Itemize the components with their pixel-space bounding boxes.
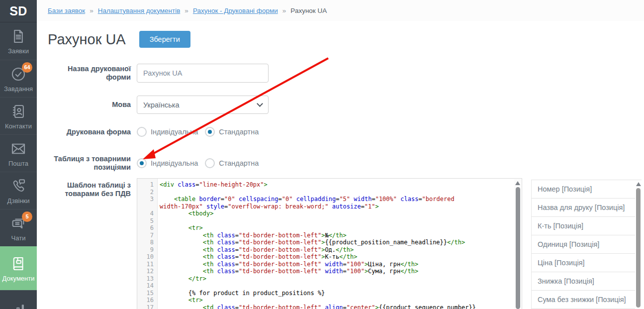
code-line: 6 <tr> [137,224,522,232]
breadcrumb-item[interactable]: Рахунок - Друковані форми [193,7,278,14]
code-text: </tr> [158,275,522,283]
sidebar-item-label: Завдання [4,85,33,93]
code-text [158,282,522,290]
radio-checked[interactable] [137,158,147,168]
chevron-down-icon [257,101,263,107]
code-line: 7 <th class="td-border-bottom-left">№</t… [137,232,522,239]
code-line: 16 <tr> [137,297,522,304]
variables-scrollbar[interactable] [635,180,642,309]
sidebar-item-calls[interactable]: Дзвінки [0,172,37,209]
line-number: 2 [137,189,158,196]
variables-panel: Номер [Позиція]Назва для друку [Позиція]… [531,180,642,309]
notification-badge: 64 [22,62,32,73]
editor-scrollbar[interactable] [514,179,521,309]
sidebar-item-requests[interactable]: Заявки [0,22,37,60]
sidebar-item-label: Контакти [5,122,32,130]
phone-icon [9,177,27,195]
breadcrumb-separator: » [282,7,286,14]
radio-checked[interactable] [205,127,215,137]
variable-item[interactable]: Номер [Позиція] [532,180,642,199]
sidebar-item-statistics[interactable] [0,290,37,309]
title-row: Рахунок UA Зберегти [37,21,644,49]
form-row-language: Мова Українська [48,96,644,114]
line-number: 10 [137,253,158,261]
line-number: 6 [137,224,158,232]
radio-unchecked[interactable] [137,127,147,137]
variable-item[interactable]: К-ть [Позиція] [532,217,642,235]
scroll-up-icon[interactable] [636,182,641,186]
print-form-settings: Назва друкованої форми Мова Українська Д… [37,64,644,309]
sidebar-item-documents[interactable]: Документи [0,246,37,290]
form-row-template-editor: Шаблон таблиці з товарами без ПДВ 1<div … [48,178,644,309]
code-text: <table border="0" cellspacing="0" cellpa… [158,196,522,210]
variables-scrollbar-thumb[interactable] [636,188,641,308]
code-text: <th class="td-border-bottom-left">К-ть</… [158,253,522,261]
sidebar-item-chats[interactable]: 5Чати [0,209,37,246]
breadcrumb-item: Рахунок UA [290,7,327,14]
line-number: 7 [137,232,158,239]
variable-item[interactable]: Ціна [Позиція] [532,254,642,272]
sidebar: SD Заявки64ЗавданняКонтактиПоштаДзвінки5… [0,0,37,309]
code-line: 1<div class="line-height-20px"> [137,181,522,189]
bar-chart-icon [9,300,27,309]
radio-unchecked[interactable] [205,158,215,168]
language-select[interactable]: Українська [137,96,269,114]
line-number: 12 [137,268,158,275]
sidebar-item-tasks[interactable]: 64Завдання [0,60,37,97]
items-table-radio-group: ІндивідуальнаСтандартна [137,158,259,168]
code-line: 14 [137,282,522,290]
main-content: Рахунок UA Зберегти Назва друкованої фор… [37,21,644,309]
sidebar-item-contacts[interactable]: Контакти [0,97,37,134]
chat-bubbles-icon: 5 [9,214,27,232]
line-number: 14 [137,282,158,290]
code-lines: 1<div class="line-height-20px">2 3 <tabl… [137,179,522,309]
code-line: 3 <table border="0" cellspacing="0" cell… [137,196,522,210]
book-icon [9,255,27,273]
code-line: 2 [137,189,522,196]
sidebar-nav: Заявки64ЗавданняКонтактиПоштаДзвінки5Чат… [0,22,37,309]
radio-option[interactable]: Стандартна [205,158,259,168]
sidebar-item-mail[interactable]: Пошта [0,134,37,172]
code-line: 17 <td class="td-border-bottom-left" ali… [137,304,522,309]
code-text [158,189,522,196]
variable-item[interactable]: Назва для друку [Позиція] [532,199,642,217]
scroll-up-icon[interactable] [515,181,520,185]
line-number: 15 [137,290,158,297]
code-line: 11 <th class="td-border-bottom-left" wid… [137,261,522,268]
code-line: 8 <th class="td-border-bottom-left">{{pr… [137,239,522,246]
radio-option[interactable]: Стандартна [205,127,259,137]
template-code-editor[interactable]: 1<div class="line-height-20px">2 3 <tabl… [137,178,522,309]
code-line: 9 <th class="td-border-bottom-left">Од.<… [137,246,522,254]
line-number: 17 [137,304,158,309]
variable-item[interactable]: Одиниця [Позиція] [532,235,642,254]
sidebar-item-label: Чати [11,234,26,242]
radio-option[interactable]: Індивідуальна [137,158,198,168]
print-form-radio-group: ІндивідуальнаСтандартна [137,127,259,137]
variable-item[interactable]: Знижка [Позиція] [532,272,642,291]
breadcrumb: Бази заявок»Налаштування документів»Раху… [37,0,644,21]
sidebar-item-label: Заявки [8,47,29,55]
code-text: <td class="td-border-bottom-left" align=… [158,304,522,309]
breadcrumb-separator: » [184,7,188,14]
template-editor-label: Шаблон таблиці з товарами без ПДВ [48,181,131,198]
save-button[interactable]: Зберегти [139,31,190,48]
breadcrumb-item[interactable]: Налаштування документів [98,7,181,14]
sidebar-item-label: Документи [2,275,35,282]
document-icon [9,27,27,45]
radio-option[interactable]: Індивідуальна [137,127,198,137]
code-text: <div class="line-height-20px"> [158,181,522,189]
print-form-label: Друкована форма [48,128,131,136]
line-number: 3 [137,196,158,210]
breadcrumb-item[interactable]: Бази заявок [48,7,85,14]
editor-scrollbar-thumb[interactable] [516,187,520,309]
envelope-icon [9,140,27,158]
language-select-value: Українська [143,101,180,109]
page-title: Рахунок UA [48,30,126,49]
form-name-input[interactable] [137,64,269,83]
variables-list: Номер [Позиція]Назва для друку [Позиція]… [532,180,642,309]
line-number: 9 [137,246,158,254]
code-text: <tr> [158,297,522,304]
language-field-label: Мова [48,101,131,109]
variable-item[interactable]: Сума без знижки [Позиція] [532,291,642,309]
code-text: <tr> [158,224,522,232]
